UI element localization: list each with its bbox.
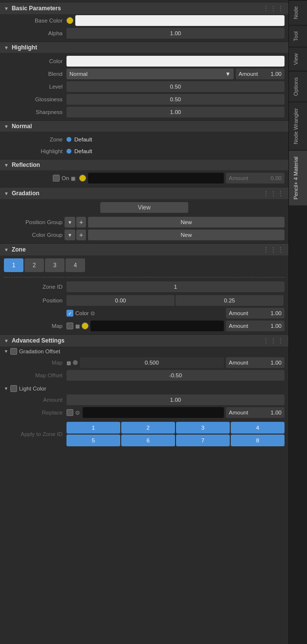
gradation-offset-header[interactable]: ▼ Gradation Offset [0,346,288,356]
zone-tab-3[interactable]: 3 [45,258,65,272]
base-color-bar[interactable] [75,15,285,26]
replace-amount-field[interactable]: Amount 1.00 [226,407,285,418]
zone-header[interactable]: ▼ Zone ⋮⋮⋮ [0,243,288,255]
normal-zone-row: Zone Default [0,134,288,145]
alpha-value[interactable]: 1.00 [66,28,285,39]
base-color-row: Base Color [0,14,288,27]
gradation-offset-checkbox[interactable] [10,348,17,355]
sidebar-tab-node-wrangler[interactable]: Node Wrangler [289,102,307,150]
view-button[interactable]: View [100,202,188,213]
light-color-header[interactable]: ▼ Light Color [0,384,288,393]
position-group-new[interactable]: New [88,217,285,228]
position-y[interactable]: 0.25 [175,295,284,306]
light-color-arrow: ▼ [4,386,8,391]
sidebar-tab-options[interactable]: Options [289,71,307,102]
gradation-header[interactable]: ▼ Gradation ⋮⋮⋮ [0,187,288,199]
advanced-settings-header[interactable]: ▼ Advanced Settings ⋮⋮⋮ [0,334,288,346]
blend-amount-label: Amount [239,71,258,77]
level-value[interactable]: 0.50 [66,81,285,92]
apply-zone-8[interactable]: 8 [231,435,285,446]
light-color-amount-value[interactable]: 1.00 [66,394,285,405]
apply-zone-1[interactable]: 1 [66,422,120,434]
zone-tab-4[interactable]: 4 [66,258,85,272]
zone-map-dot[interactable] [82,322,88,329]
base-color-dot[interactable] [66,17,73,24]
zone-tabs: 1 2 3 4 [0,255,288,275]
position-group-arrow-btn[interactable]: ▼ [65,217,75,228]
grad-offset-amount-value: 1.00 [271,360,282,366]
zone-map-bar[interactable] [90,321,224,331]
zone-color-checkbox[interactable]: ✓ [66,310,73,317]
color-group-new[interactable]: New [88,230,285,240]
zone-tab-2[interactable]: 2 [24,258,44,272]
zone-arrow: ▼ [4,247,9,253]
zone-id-row1: 1 2 3 4 [66,422,285,434]
replace-amount-value: 1.00 [271,410,282,415]
normal-highlight-dot [66,149,71,154]
reflection-on-label: On [62,175,69,181]
light-color-checkbox[interactable] [10,385,17,392]
apply-zone-3[interactable]: 3 [176,422,230,434]
checker-icon: ▦ [71,176,75,181]
blend-mode-select[interactable]: Normal ▼ [66,69,234,79]
grad-offset-map-value[interactable]: 0.500 [80,357,224,368]
replace-bar[interactable] [83,407,224,418]
grad-offset-amount-field[interactable]: Amount 1.00 [226,357,285,368]
blend-mode-value: Normal [69,71,88,77]
normal-highlight-value: Default [74,148,92,154]
normal-zone-label: Zone [4,137,63,142]
light-color-amount-row: Amount 1.00 [0,393,288,406]
zone-map-checkbox[interactable] [66,322,73,329]
position-group-plus-btn[interactable]: + [76,217,86,228]
position-label: Position [4,298,63,303]
sidebar-tab-tool[interactable]: Tool [289,25,307,47]
basic-parameters-header[interactable]: ▼ Basic Parameters ⋮⋮⋮ [0,2,288,14]
grad-map-offset-value[interactable]: -0.50 [66,370,285,381]
advanced-dots: ⋮⋮⋮ [263,337,285,345]
highlight-title: Highlight [12,44,37,51]
apply-zone-7[interactable]: 7 [176,435,230,446]
zone-map-amount-field[interactable]: Amount 1.00 [226,321,285,331]
zone-color-row: ✓ Color ⊙ Amount 1.00 [0,307,288,320]
color-group-arrow-btn[interactable]: ▼ [65,230,75,240]
zone-title: Zone [12,246,26,253]
apply-zone-4[interactable]: 4 [231,422,285,434]
reflection-title: Reflection [12,161,40,168]
sidebar-tab-pencil4[interactable]: Pencil+ 4 Material [289,150,307,206]
color-group-plus-btn[interactable]: + [76,230,86,240]
blend-amount-field[interactable]: Amount 1.00 [236,69,285,79]
reflection-header[interactable]: ▼ Reflection [0,159,288,170]
position-x[interactable]: 0.00 [66,295,175,306]
position-row: Position 0.00 0.25 [0,294,288,307]
checker-icon-2: ▦ [75,323,80,329]
sidebar-tab-view[interactable]: View [289,47,307,71]
alpha-label: Alpha [4,30,63,36]
replace-checkbox[interactable] [66,409,73,416]
glossiness-value[interactable]: 0.50 [66,94,285,105]
normal-zone-value: Default [74,137,92,142]
apply-zone-2[interactable]: 2 [121,422,175,434]
zone-id-value[interactable]: 1 [66,281,285,292]
reflection-on-checkbox[interactable] [53,175,60,182]
blend-label: Blend [4,71,63,77]
zone-map-amount-value: 1.00 [271,323,282,329]
reflection-color-bar[interactable] [88,173,224,184]
sidebar-tab-node[interactable]: Node [289,0,307,25]
highlight-color-bar[interactable] [66,56,285,67]
sharpness-value[interactable]: 1.00 [66,107,285,117]
color-group-new-label: New [181,232,192,238]
highlight-header[interactable]: ▼ Highlight [0,42,288,53]
zone-tab-1[interactable]: 1 [4,258,23,272]
apply-zone-6[interactable]: 6 [121,435,175,446]
reflection-amount-field[interactable]: Amount 0.00 [226,173,285,184]
gradation-title: Gradation [12,190,40,197]
reflection-dot[interactable] [79,175,86,182]
zone-color-amount-field[interactable]: Amount 1.00 [226,308,285,319]
apply-zone-5[interactable]: 5 [66,435,120,446]
apply-zone-id-grid-wrapper: 1 2 3 4 5 6 7 8 [66,422,285,446]
normal-header[interactable]: ▼ Normal [0,120,288,132]
grad-offset-dot [73,360,78,365]
zone-map-label: Map [4,323,63,329]
replace-amount-label: Amount [229,410,248,415]
gradation-arrow: ▼ [4,191,9,196]
